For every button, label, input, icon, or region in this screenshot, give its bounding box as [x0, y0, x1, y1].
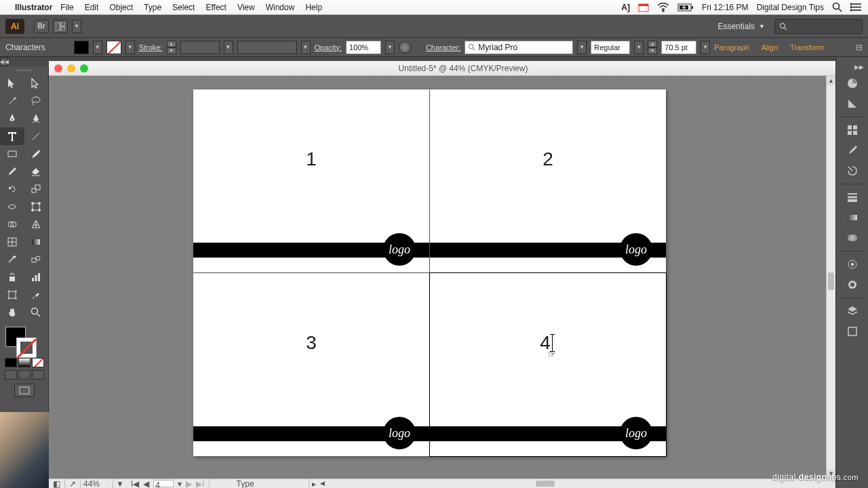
menu-effect[interactable]: Effect — [205, 3, 226, 12]
status-menu-icon[interactable]: ▸ — [309, 479, 319, 489]
canvas[interactable]: 1logo 2logo 3logo 4 ☞ logo — [49, 76, 826, 479]
rotate-tool[interactable] — [0, 180, 24, 198]
wifi-icon[interactable] — [657, 3, 669, 12]
app-name[interactable]: Illustrator — [15, 3, 52, 12]
zoom-window-button[interactable] — [80, 64, 88, 73]
none-mode-button[interactable] — [32, 358, 44, 367]
scroll-left-icon[interactable]: ◀ — [320, 480, 325, 487]
stroke-dropdown[interactable]: ▼ — [125, 41, 135, 54]
stroke-weight-field[interactable] — [180, 41, 220, 54]
perspective-tool[interactable] — [24, 216, 49, 233]
artboard-2[interactable]: 2logo — [430, 89, 666, 272]
curvature-tool[interactable] — [24, 110, 49, 127]
menu-type[interactable]: Type — [144, 3, 161, 12]
zoom-tool[interactable] — [24, 304, 49, 321]
direct-selection-tool[interactable] — [24, 75, 49, 92]
symbol-sprayer-tool[interactable] — [0, 268, 24, 286]
slice-tool[interactable] — [24, 286, 49, 304]
panel-menu-icon[interactable]: ⊟ — [856, 43, 863, 52]
font-style-field[interactable]: Regular — [591, 41, 630, 54]
stroke-profile[interactable] — [237, 41, 297, 54]
fill-swatch[interactable] — [74, 41, 89, 54]
menu-object[interactable]: Object — [109, 3, 133, 12]
artboard-3[interactable]: 3logo — [193, 273, 429, 456]
stroke-swatch[interactable] — [106, 41, 121, 54]
zoom-level[interactable]: 44% — [81, 479, 113, 488]
hscroll-thumb[interactable] — [536, 481, 555, 487]
next-artboard-button[interactable]: ▶ — [184, 479, 193, 489]
fill-dropdown[interactable]: ▼ — [93, 41, 102, 54]
eyedropper-tool[interactable] — [0, 251, 24, 268]
blend-tool[interactable] — [24, 251, 49, 268]
font-family-field[interactable]: Myriad Pro — [465, 41, 573, 54]
opacity-field[interactable]: 100% — [346, 41, 381, 54]
minimize-window-button[interactable] — [67, 64, 75, 73]
font-size-dropdown[interactable]: ▼ — [701, 41, 710, 54]
paintbrush-tool[interactable] — [24, 145, 49, 163]
user-name[interactable]: Digital Design Tips — [757, 3, 824, 12]
first-artboard-button[interactable]: I◀ — [130, 479, 140, 489]
scale-tool[interactable] — [24, 180, 49, 198]
zoom-dropdown-icon[interactable]: ▼ — [113, 479, 127, 489]
calendar-icon[interactable] — [638, 3, 649, 12]
stroke-panel-icon[interactable] — [841, 187, 864, 207]
prev-artboard-button[interactable]: ◀ — [142, 479, 151, 489]
normal-draw-button[interactable] — [5, 370, 17, 380]
brushes-panel-icon[interactable] — [841, 140, 864, 161]
screen-mode-button[interactable] — [14, 384, 35, 397]
spotlight-icon[interactable] — [832, 2, 842, 12]
gradient-panel-icon[interactable] — [841, 207, 864, 228]
swatches-panel-icon[interactable] — [841, 120, 864, 140]
pen-tool[interactable] — [0, 110, 24, 127]
font-style-dropdown[interactable]: ▼ — [634, 41, 644, 54]
menu-list-icon[interactable] — [850, 3, 861, 12]
draw-inside-button[interactable] — [32, 370, 44, 380]
color-mode-button[interactable] — [5, 358, 17, 367]
stroke-label[interactable]: Stroke: — [139, 43, 163, 52]
artboard-tool[interactable] — [0, 286, 24, 304]
menu-select[interactable]: Select — [172, 3, 195, 12]
width-tool[interactable] — [0, 198, 24, 216]
bridge-button[interactable]: Br — [34, 20, 49, 33]
mesh-tool[interactable] — [0, 233, 24, 251]
artboard-number-field[interactable]: 4 — [153, 480, 174, 487]
status-icon-1[interactable]: ◧ — [49, 479, 65, 488]
artboard-1[interactable]: 1logo — [193, 89, 429, 272]
shape-builder-tool[interactable] — [0, 216, 24, 233]
font-size-field[interactable]: 70.5 pt — [661, 41, 696, 54]
rectangle-tool[interactable] — [0, 145, 24, 163]
menu-window[interactable]: Window — [266, 3, 295, 12]
transparency-panel-icon[interactable] — [841, 228, 864, 248]
workspace-switcher[interactable]: Essentials▼ — [717, 22, 765, 31]
type-tool[interactable] — [0, 127, 24, 145]
selection-tool[interactable] — [0, 75, 24, 92]
font-size-stepper[interactable]: ▲▼ — [648, 41, 657, 54]
layers-panel-icon[interactable] — [841, 301, 864, 321]
adobe-icon[interactable]: A] — [621, 3, 630, 12]
stroke-color[interactable] — [16, 338, 37, 358]
align-link[interactable]: Align — [762, 43, 778, 52]
vertical-scrollbar[interactable]: ▲▼ — [826, 76, 835, 479]
color-guide-panel-icon[interactable] — [841, 94, 864, 114]
artboard-dropdown-icon[interactable]: ▾ — [176, 479, 183, 489]
panel-grip-icon[interactable] — [0, 69, 48, 75]
menu-view[interactable]: View — [237, 3, 255, 12]
graphic-styles-panel-icon[interactable] — [841, 274, 864, 295]
scroll-up-icon[interactable]: ▲ — [827, 76, 835, 85]
status-icon-2[interactable]: ↗ — [65, 479, 81, 488]
arrange-docs-button[interactable] — [53, 20, 68, 33]
collapse-arrow-icon[interactable]: ◀◀ — [0, 57, 8, 66]
color-panel-icon[interactable] — [841, 73, 864, 94]
opacity-label[interactable]: Opacity: — [315, 43, 342, 52]
status-mode[interactable]: Type — [210, 479, 309, 488]
fill-stroke-control[interactable] — [4, 325, 45, 357]
horizontal-scrollbar[interactable]: ◀ — [319, 479, 835, 488]
graph-tool[interactable] — [24, 268, 49, 286]
battery-icon[interactable] — [677, 3, 694, 12]
stroke-profile-dropdown[interactable]: ▼ — [301, 41, 311, 54]
line-tool[interactable] — [24, 127, 49, 145]
draw-behind-button[interactable] — [18, 370, 31, 380]
pencil-tool[interactable] — [0, 163, 24, 180]
recolor-button[interactable] — [399, 41, 411, 54]
paragraph-link[interactable]: Paragraph — [714, 43, 749, 52]
